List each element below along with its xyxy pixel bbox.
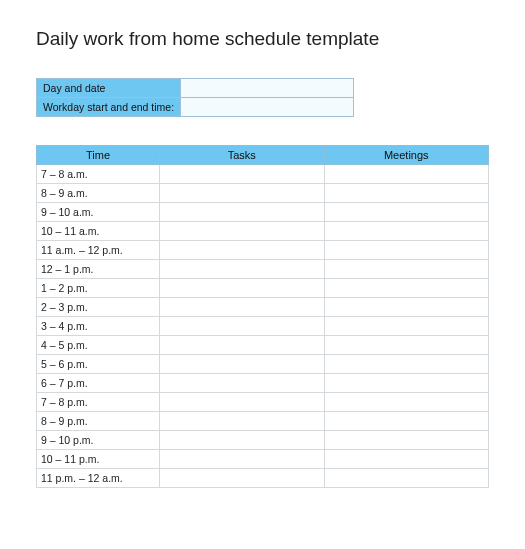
schedule-row: 12 – 1 p.m. [37, 260, 489, 279]
schedule-task-cell[interactable] [160, 203, 325, 222]
schedule-task-cell[interactable] [160, 241, 325, 260]
schedule-time-cell: 12 – 1 p.m. [37, 260, 160, 279]
schedule-task-cell[interactable] [160, 431, 325, 450]
schedule-row: 11 a.m. – 12 p.m. [37, 241, 489, 260]
meta-row: Workday start and end time: [37, 98, 354, 117]
schedule-meeting-cell[interactable] [324, 412, 489, 431]
schedule-time-cell: 5 – 6 p.m. [37, 355, 160, 374]
schedule-meeting-cell[interactable] [324, 260, 489, 279]
schedule-meeting-cell[interactable] [324, 203, 489, 222]
schedule-task-cell[interactable] [160, 393, 325, 412]
page-title: Daily work from home schedule template [36, 28, 489, 50]
schedule-task-cell[interactable] [160, 336, 325, 355]
meta-label: Workday start and end time: [37, 98, 181, 117]
schedule-header-tasks: Tasks [160, 146, 325, 165]
schedule-task-cell[interactable] [160, 184, 325, 203]
schedule-time-cell: 4 – 5 p.m. [37, 336, 160, 355]
schedule-task-cell[interactable] [160, 165, 325, 184]
schedule-meeting-cell[interactable] [324, 355, 489, 374]
schedule-meeting-cell[interactable] [324, 222, 489, 241]
schedule-row: 2 – 3 p.m. [37, 298, 489, 317]
schedule-task-cell[interactable] [160, 298, 325, 317]
schedule-task-cell[interactable] [160, 450, 325, 469]
schedule-row: 3 – 4 p.m. [37, 317, 489, 336]
schedule-time-cell: 7 – 8 p.m. [37, 393, 160, 412]
schedule-header-meetings: Meetings [324, 146, 489, 165]
schedule-time-cell: 7 – 8 a.m. [37, 165, 160, 184]
schedule-meeting-cell[interactable] [324, 279, 489, 298]
schedule-row: 11 p.m. – 12 a.m. [37, 469, 489, 488]
schedule-meeting-cell[interactable] [324, 298, 489, 317]
schedule-meeting-cell[interactable] [324, 450, 489, 469]
meta-value[interactable] [181, 79, 354, 98]
schedule-task-cell[interactable] [160, 374, 325, 393]
schedule-row: 4 – 5 p.m. [37, 336, 489, 355]
schedule-time-cell: 10 – 11 a.m. [37, 222, 160, 241]
schedule-time-cell: 10 – 11 p.m. [37, 450, 160, 469]
schedule-time-cell: 11 a.m. – 12 p.m. [37, 241, 160, 260]
schedule-header-time: Time [37, 146, 160, 165]
schedule-task-cell[interactable] [160, 222, 325, 241]
schedule-row: 9 – 10 a.m. [37, 203, 489, 222]
schedule-meeting-cell[interactable] [324, 393, 489, 412]
schedule-meeting-cell[interactable] [324, 165, 489, 184]
schedule-task-cell[interactable] [160, 279, 325, 298]
schedule-row: 5 – 6 p.m. [37, 355, 489, 374]
meta-label: Day and date [37, 79, 181, 98]
schedule-task-cell[interactable] [160, 355, 325, 374]
schedule-time-cell: 1 – 2 p.m. [37, 279, 160, 298]
schedule-meeting-cell[interactable] [324, 336, 489, 355]
schedule-meeting-cell[interactable] [324, 317, 489, 336]
schedule-task-cell[interactable] [160, 469, 325, 488]
schedule-task-cell[interactable] [160, 412, 325, 431]
schedule-time-cell: 8 – 9 p.m. [37, 412, 160, 431]
schedule-row: 8 – 9 a.m. [37, 184, 489, 203]
schedule-time-cell: 6 – 7 p.m. [37, 374, 160, 393]
schedule-meeting-cell[interactable] [324, 241, 489, 260]
schedule-meeting-cell[interactable] [324, 184, 489, 203]
schedule-time-cell: 9 – 10 a.m. [37, 203, 160, 222]
schedule-table: Time Tasks Meetings 7 – 8 a.m.8 – 9 a.m.… [36, 145, 489, 488]
schedule-meeting-cell[interactable] [324, 431, 489, 450]
meta-row: Day and date [37, 79, 354, 98]
schedule-meeting-cell[interactable] [324, 469, 489, 488]
schedule-row: 7 – 8 p.m. [37, 393, 489, 412]
schedule-task-cell[interactable] [160, 260, 325, 279]
schedule-meeting-cell[interactable] [324, 374, 489, 393]
schedule-row: 7 – 8 a.m. [37, 165, 489, 184]
schedule-row: 6 – 7 p.m. [37, 374, 489, 393]
schedule-row: 9 – 10 p.m. [37, 431, 489, 450]
meta-value[interactable] [181, 98, 354, 117]
schedule-row: 8 – 9 p.m. [37, 412, 489, 431]
schedule-time-cell: 2 – 3 p.m. [37, 298, 160, 317]
schedule-time-cell: 11 p.m. – 12 a.m. [37, 469, 160, 488]
schedule-row: 10 – 11 p.m. [37, 450, 489, 469]
schedule-row: 1 – 2 p.m. [37, 279, 489, 298]
schedule-time-cell: 9 – 10 p.m. [37, 431, 160, 450]
schedule-time-cell: 8 – 9 a.m. [37, 184, 160, 203]
schedule-row: 10 – 11 a.m. [37, 222, 489, 241]
schedule-time-cell: 3 – 4 p.m. [37, 317, 160, 336]
schedule-task-cell[interactable] [160, 317, 325, 336]
meta-table: Day and dateWorkday start and end time: [36, 78, 354, 117]
